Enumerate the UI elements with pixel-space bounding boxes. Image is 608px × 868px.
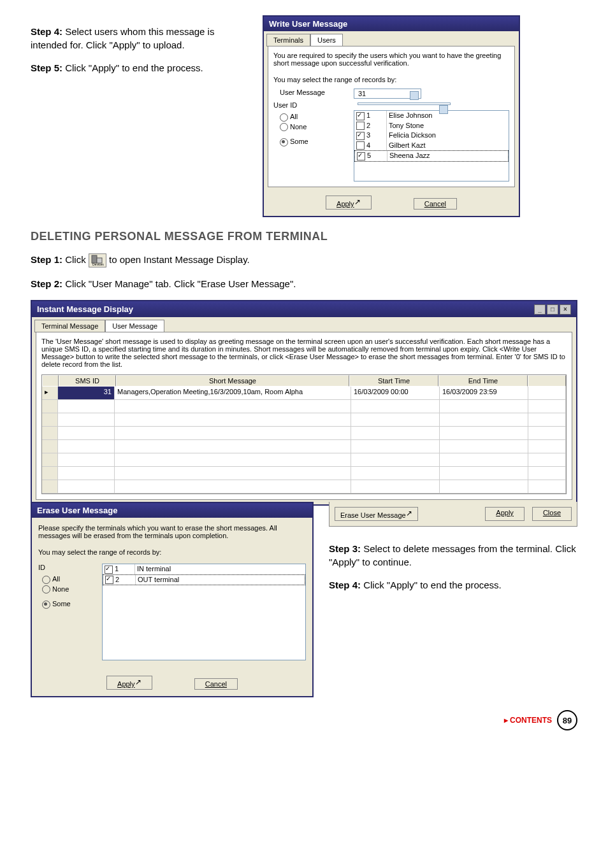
close-icon: ×: [560, 304, 571, 315]
radio-none-2[interactable]: None: [42, 585, 89, 594]
tab-terminals[interactable]: Terminals: [266, 34, 310, 46]
tab-terminal-message[interactable]: Terminal Message: [34, 320, 105, 332]
imd-close-button[interactable]: Close: [532, 507, 572, 521]
user-filter-dropdown[interactable]: [358, 103, 451, 105]
step4-text: Step 4: Select users whom this message i…: [31, 25, 247, 52]
user-listbox[interactable]: 1Elise Johnson 2Tony Stone 3Felicia Dick…: [354, 110, 509, 181]
section-heading: DELETING PERSONAL MESSAGE FROM TERMINAL: [31, 230, 577, 243]
step2-text: Step 2: Click "User Manage" tab. Click "…: [31, 277, 577, 290]
imd-apply-button[interactable]: Apply: [485, 507, 525, 521]
imd-intro: The 'User Message' short message is used…: [41, 338, 567, 368]
cursor-icon: [135, 678, 141, 687]
erase-title: Erase User Message: [37, 506, 117, 515]
imd-title: Instant Message Display: [37, 304, 133, 314]
svg-text:Devices: Devices: [92, 262, 104, 266]
range-label: You may select the range of records by:: [273, 76, 509, 83]
dialog-title: Write User Message: [269, 19, 347, 29]
imd-titlebar: Instant Message Display _□×: [32, 301, 576, 317]
dialog-titlebar: Write User Message: [264, 17, 519, 31]
table-row[interactable]: ▸ 31 Managers,Operation Meeting,16/3/200…: [42, 387, 566, 400]
write-user-message-dialog: Write User Message Terminals Users You a…: [263, 15, 520, 217]
cursor-icon: [354, 197, 361, 206]
cursor-icon: [406, 509, 412, 518]
step3-text: Step 3: Select to delete messages from t…: [329, 542, 577, 569]
erase-titlebar: Erase User Message: [32, 503, 312, 518]
devices-icon[interactable]: Devices: [89, 253, 106, 267]
terminal-listbox[interactable]: 1IN terminal 2OUT terminal: [102, 564, 306, 660]
step5-text: Step 5: Click "Apply" to end the process…: [31, 61, 247, 75]
window-controls[interactable]: _□×: [533, 304, 571, 315]
step4b-text: Step 4: Click "Apply" to end the process…: [329, 578, 577, 592]
radio-all-2[interactable]: All: [42, 575, 89, 584]
user-message-label: User Message: [273, 89, 344, 96]
erase-apply-button[interactable]: Apply: [106, 676, 152, 690]
erase-intro: Please specify the terminals which you w…: [38, 524, 306, 539]
erase-user-message-button[interactable]: Erase User Message: [335, 507, 418, 521]
maximize-icon: □: [547, 304, 558, 315]
page-number: 89: [557, 710, 577, 730]
instant-message-display-window: Instant Message Display _□× Terminal Mes…: [31, 300, 577, 506]
radio-some-2[interactable]: Some: [42, 600, 89, 609]
user-message-dropdown[interactable]: 31: [354, 89, 421, 99]
erase-range-label: You may select the range of records by:: [38, 548, 306, 556]
radio-all[interactable]: All: [280, 113, 344, 122]
erase-user-message-dialog: Erase User Message Please specify the te…: [31, 502, 314, 697]
tab-user-message[interactable]: User Message: [105, 320, 164, 332]
user-id-label: User ID: [273, 101, 344, 109]
id-label: ID: [38, 564, 89, 571]
contents-link[interactable]: ▸ CONTENTS: [504, 716, 552, 725]
radio-none[interactable]: None: [280, 123, 344, 132]
erase-cancel-button[interactable]: Cancel: [194, 678, 238, 690]
radio-some[interactable]: Some: [280, 138, 344, 146]
apply-button[interactable]: Apply: [326, 196, 372, 210]
tab-users[interactable]: Users: [310, 34, 343, 46]
dialog-intro: You are required to specify the users wh…: [273, 52, 509, 67]
sms-table[interactable]: SMS ID Short Message Start Time End Time…: [41, 374, 567, 494]
step1-text: Step 1: Click Devices to open Instant Me…: [31, 253, 577, 267]
cancel-button[interactable]: Cancel: [414, 198, 457, 210]
minimize-icon: _: [534, 304, 546, 315]
